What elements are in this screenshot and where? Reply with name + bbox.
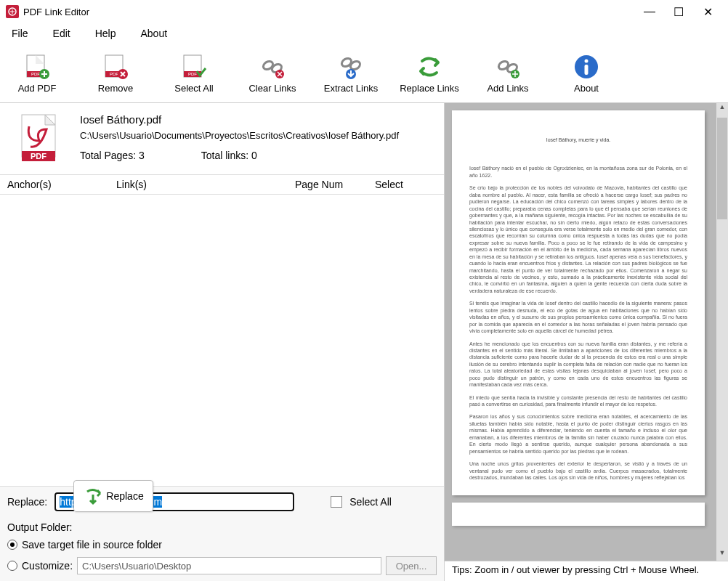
table-body: [0, 195, 444, 486]
page-paragraph: Iosef Báthory nació en el pueblo de Ogro…: [469, 165, 687, 179]
replace-links-button[interactable]: Replace Links: [397, 52, 462, 94]
scroll-up-arrow[interactable]: ▲: [716, 103, 728, 115]
toolbar-label: Remove: [98, 83, 133, 94]
toolbar-label: Clear Links: [248, 83, 296, 94]
page-paragraph: Pasaron los años y sus conocimientos sob…: [469, 413, 687, 455]
col-anchor[interactable]: Anchor(s): [0, 179, 109, 190]
col-select[interactable]: Select: [368, 179, 440, 190]
toolbar-label: Select All: [174, 83, 213, 94]
scroll-thumb[interactable]: [717, 118, 727, 219]
menu-about[interactable]: About: [140, 28, 167, 39]
scroll-down-arrow[interactable]: ▼: [716, 549, 728, 561]
chain-add-icon: [493, 52, 522, 81]
maximize-button[interactable]: ☐: [671, 5, 686, 19]
pdf-preview[interactable]: Iosef Báthory, muerte y vida. Iosef Báth…: [445, 103, 728, 561]
app-icon: [6, 5, 19, 18]
menu-edit[interactable]: Edit: [53, 28, 70, 39]
toolbar-label: Add Links: [487, 83, 528, 94]
toolbar-label: About: [574, 83, 599, 94]
arrow-replace-icon: [415, 52, 444, 81]
chain-clear-icon: [258, 52, 287, 81]
pdf-remove-icon: PDF: [101, 52, 130, 81]
tips-bar: Tips: Zoom in / out viewer by pressing C…: [445, 561, 728, 581]
page-paragraph: Una noche unos gritos provenientes del e…: [469, 460, 687, 481]
remove-button[interactable]: PDF Remove: [83, 52, 148, 94]
arrow-down-icon: [83, 486, 103, 506]
source-folder-label: Save target file in source folder: [22, 539, 162, 550]
svg-point-23: [585, 60, 589, 63]
svg-text:PDF: PDF: [188, 72, 197, 76]
file-path: C:\Users\Usuario\Documents\Proyectos\Esc…: [80, 130, 437, 141]
about-button[interactable]: About: [554, 52, 619, 94]
page-title: Iosef Báthory, muerte y vida.: [469, 137, 687, 143]
page-paragraph: Antes he mencionado que los encuentros c…: [469, 341, 687, 389]
chain-extract-icon: [336, 52, 365, 81]
pdf-file-icon: PDF: [19, 113, 62, 164]
toolbar-label: Extract Links: [324, 83, 378, 94]
source-folder-radio[interactable]: [7, 540, 17, 550]
customize-radio[interactable]: [7, 561, 17, 571]
total-links: Total links: 0: [201, 150, 257, 161]
preview-page: Iosef Báthory, muerte y vida. Iosef Báth…: [452, 110, 705, 495]
table-header: Anchor(s) Link(s) Page Num Select: [0, 174, 444, 195]
svg-text:PDF: PDF: [31, 72, 40, 76]
output-folder-label: Output Folder:: [7, 521, 437, 533]
replace-label: Replace:: [7, 496, 47, 508]
replace-button[interactable]: Replace: [73, 480, 153, 512]
add-pdf-button[interactable]: PDF Add PDF: [4, 52, 70, 94]
clear-links-button[interactable]: Clear Links: [240, 52, 305, 94]
minimize-button[interactable]: —: [642, 5, 657, 18]
select-all-checkbox[interactable]: [331, 496, 342, 508]
svg-text:PDF: PDF: [110, 72, 118, 76]
window-title: PDF Link Editor: [23, 7, 642, 17]
svg-rect-24: [585, 65, 589, 75]
svg-text:PDF: PDF: [31, 152, 46, 161]
extract-links-button[interactable]: Extract Links: [318, 52, 384, 94]
col-page-num[interactable]: Page Num: [288, 179, 368, 190]
select-all-label: Select All: [349, 496, 392, 508]
preview-next-page: [452, 503, 705, 526]
custom-path-input[interactable]: [77, 557, 381, 574]
preview-scrollbar[interactable]: ▲ ▼: [716, 103, 728, 561]
customize-label: Customize:: [22, 560, 73, 572]
close-button[interactable]: ✕: [700, 5, 715, 19]
info-icon: [572, 52, 601, 81]
toolbar-label: Add PDF: [18, 83, 57, 94]
toolbar-label: Replace Links: [400, 83, 459, 94]
page-paragraph: Se crio bajo la protección de los nobles…: [469, 184, 687, 294]
select-all-button[interactable]: PDF Select All: [161, 52, 227, 94]
pdf-select-icon: PDF: [179, 52, 209, 81]
pdf-add-icon: PDF: [23, 52, 52, 81]
replace-button-label: Replace: [106, 490, 143, 502]
menu-help[interactable]: Help: [95, 28, 116, 39]
file-name: Iosef Báthory.pdf: [80, 113, 437, 126]
menu-file[interactable]: File: [12, 28, 28, 39]
col-link[interactable]: Link(s): [109, 179, 288, 190]
total-pages: Total Pages: 3: [80, 150, 145, 161]
page-paragraph: Si tenéis que imaginar la vida de Iosef …: [469, 300, 687, 334]
open-button[interactable]: Open...: [386, 556, 437, 575]
add-links-button[interactable]: Add Links: [475, 52, 541, 94]
page-paragraph: El miedo que sentía hacia la invisible y…: [469, 394, 687, 408]
